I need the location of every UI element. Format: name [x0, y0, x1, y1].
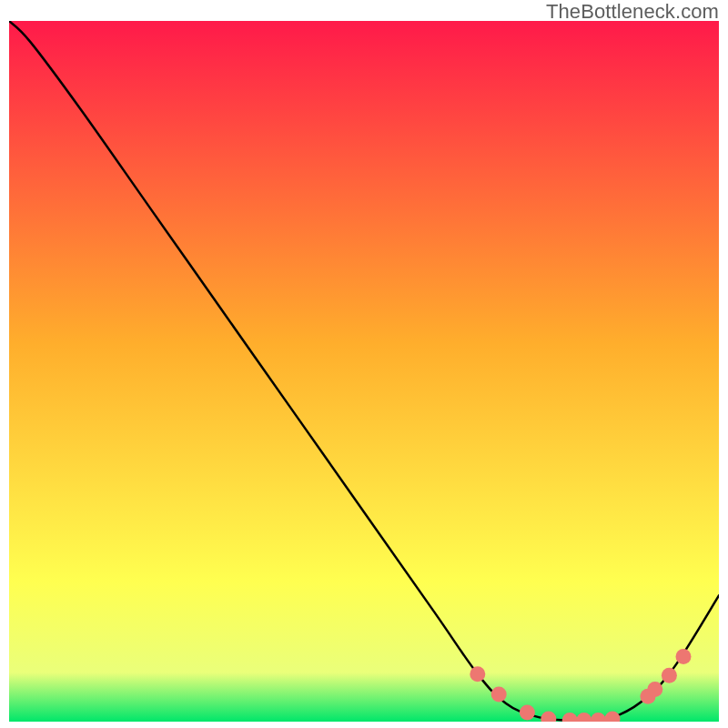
curve-dot	[662, 668, 677, 683]
curve-dot	[520, 704, 535, 720]
curve-dot	[676, 649, 692, 664]
bottleneck-chart	[9, 21, 719, 722]
curve-dot	[647, 682, 662, 697]
curve-dot	[491, 686, 507, 702]
curve-dot	[470, 666, 485, 682]
gradient-background	[9, 21, 719, 722]
